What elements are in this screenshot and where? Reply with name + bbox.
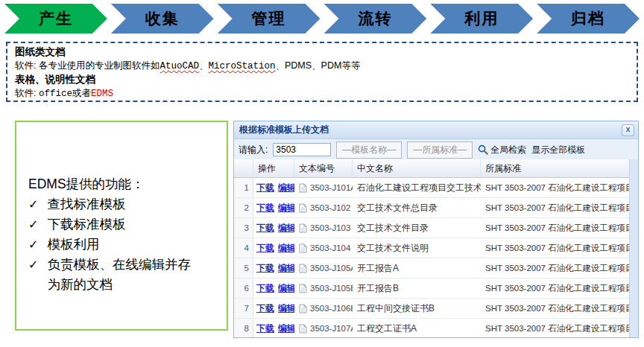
doc-code: 3503-J101A: [310, 183, 353, 192]
vertical-scrollbar[interactable]: [629, 159, 638, 337]
download-link[interactable]: 下载: [256, 242, 274, 255]
doc-code: 3503-J105B: [310, 284, 353, 293]
flow-step-use: 利用: [430, 4, 533, 34]
edms-function-label: 查找标准模板: [47, 194, 125, 214]
row-number: 3: [234, 218, 253, 238]
standard-dropdown[interactable]: —所属标准—: [407, 141, 473, 159]
edit-link[interactable]: 编辑: [278, 202, 294, 214]
operation-cell: 下载 编辑: [253, 202, 294, 214]
row-number: 8: [234, 319, 253, 338]
global-search-button[interactable]: 全局检索: [478, 144, 526, 156]
doc-code: 3503-J103: [310, 223, 350, 232]
edms-function-label: 下载标准模板: [47, 214, 125, 235]
magnifier-icon: [478, 144, 488, 155]
download-link[interactable]: 下载: [256, 302, 274, 315]
col-header-name[interactable]: 中文名称: [353, 159, 481, 177]
document-icon: [299, 264, 307, 273]
doc-standard: SHT 3503-2007 石油化工建设工程项目交工…: [481, 283, 630, 294]
window-titlebar: 根据标准模板上传文档 x: [234, 121, 638, 139]
table-row: 4 下载 编辑 3503-J104 交工技术文件说明 SHT 3503-2007…: [234, 238, 630, 258]
doc-standard: SHT 3503-2007 石油化工建设工程项目交工…: [481, 303, 630, 314]
doc-code: 3503-J107A: [310, 324, 353, 333]
flow-step-label: 归档: [571, 8, 605, 29]
edit-link[interactable]: 编辑: [278, 322, 294, 335]
table-row: 3 下载 编辑 3503-J103 交工技术文件目录 SHT 3503-2007…: [234, 218, 630, 238]
col-header-rownum[interactable]: [234, 159, 253, 177]
operation-cell: 下载 编辑: [253, 222, 294, 235]
doc-standard: SHT 3503-2007 石油化工建设工程项目交工…: [481, 243, 630, 254]
doc-name: 石油化工建设工程项目交工技术文件封面A: [353, 182, 481, 194]
doc-standard: SHT 3503-2007 石油化工建设工程项目交工…: [481, 323, 630, 334]
row-number: 5: [234, 258, 253, 278]
col-header-code[interactable]: 文本编号: [294, 159, 353, 177]
download-link[interactable]: 下载: [256, 282, 274, 295]
doc-code: 3503-J106B: [310, 304, 353, 313]
doc-standard: SHT 3503-2007 石油化工建设工程项目交工…: [481, 203, 630, 214]
doc-code: 3503-J104: [310, 243, 350, 252]
download-link[interactable]: 下载: [256, 202, 274, 214]
edit-link[interactable]: 编辑: [278, 282, 294, 295]
upload-template-window: 根据标准模板上传文档 x 请输入: —模板名称— —所属标准— 全局检索 显示全…: [233, 121, 639, 338]
doc-name: 交工技术文件说明: [353, 242, 481, 255]
doc-code-cell: 3503-J102: [294, 203, 353, 213]
edms-function-item: ✓ 负责模板、在线编辑并存为新的文档: [28, 255, 216, 295]
edit-link[interactable]: 编辑: [278, 222, 294, 235]
table-row: 5 下载 编辑 3503-J105A 开工报告A SHT 3503-2007 石…: [234, 258, 630, 278]
download-link[interactable]: 下载: [256, 322, 274, 335]
search-input[interactable]: [273, 143, 331, 156]
note-line-table-software: 软件: office或者EDMS: [15, 86, 629, 101]
row-number: 1: [234, 178, 253, 197]
doc-type-note-box: 图纸类文档 软件: 各专业使用的专业制图软件如AtuoCAD、MicroStat…: [6, 42, 638, 102]
operation-cell: 下载 编辑: [253, 302, 294, 315]
edms-function-item: ✓ 查找标准模板: [28, 194, 216, 214]
flow-step-label: 收集: [145, 8, 180, 29]
note-line-table-title: 表格、说明性文档: [15, 73, 629, 86]
edit-link[interactable]: 编辑: [278, 242, 294, 255]
flow-step-collect: 收集: [111, 4, 214, 34]
table-row: 7 下载 编辑 3503-J106B 工程中间交接证书B SHT 3503-20…: [234, 299, 630, 319]
table-row: 2 下载 编辑 3503-J102 交工技术文件总目录 SHT 3503-200…: [234, 198, 630, 218]
edms-functions-title: EDMS提供的功能：: [28, 174, 216, 194]
flow-step-produce: 产生: [4, 4, 107, 34]
doc-code-cell: 3503-J106B: [294, 304, 353, 313]
doc-code-cell: 3503-J104: [294, 243, 353, 253]
doc-name: 交工技术文件目录: [353, 222, 481, 235]
note-line-drawing-title: 图纸类文档: [15, 45, 629, 59]
table-row: 8 下载 编辑 3503-J107A 工程交工证书A SHT 3503-2007…: [234, 319, 630, 338]
document-icon: [299, 183, 307, 193]
show-all-templates-button[interactable]: 显示全部模板: [531, 144, 585, 156]
col-header-operation[interactable]: 操作: [253, 159, 294, 177]
doc-standard: SHT 3503-2007 石油化工建设工程项目交工…: [481, 223, 630, 234]
table-row: 6 下载 编辑 3503-J105B 开工报告B SHT 3503-2007 石…: [234, 278, 630, 299]
doc-standard: SHT 3503-2007 石油化工建设工程项目交工…: [481, 263, 630, 274]
doc-code: 3503-J105A: [310, 264, 353, 273]
global-search-label: 全局检索: [490, 144, 526, 156]
flow-step-label: 管理: [252, 8, 286, 29]
note-text: 软件: 各专业使用的专业制图软件如: [15, 60, 160, 71]
template-name-dropdown[interactable]: —模板名称—: [336, 141, 402, 159]
window-title: 根据标准模板上传文档: [239, 124, 622, 136]
doc-code-cell: 3503-J103: [294, 223, 353, 233]
check-icon: ✓: [28, 194, 38, 214]
operation-cell: 下载 编辑: [253, 242, 294, 255]
edit-link[interactable]: 编辑: [278, 302, 294, 315]
edms-function-label: 负责模板、在线编辑并存为新的文档: [47, 255, 196, 295]
close-icon[interactable]: x: [622, 124, 634, 136]
flow-step-archive: 归档: [537, 4, 640, 34]
download-link[interactable]: 下载: [256, 182, 274, 194]
edit-link[interactable]: 编辑: [278, 182, 294, 194]
col-header-standard[interactable]: 所属标准: [481, 159, 630, 177]
document-icon: [299, 223, 307, 233]
doc-code-cell: 3503-J101A: [294, 183, 353, 193]
row-number: 6: [234, 278, 253, 298]
check-icon: ✓: [28, 214, 38, 235]
doc-code: 3503-J102: [310, 203, 350, 212]
download-link[interactable]: 下载: [256, 222, 274, 235]
search-toolbar: 请输入: —模板名称— —所属标准— 全局检索 显示全部模板: [234, 139, 638, 161]
grid-header-row: 操作 文本编号 中文名称 所属标准: [234, 159, 630, 178]
doc-name: 开工报告A: [353, 262, 481, 275]
edit-link[interactable]: 编辑: [278, 262, 294, 275]
flow-step-label: 流转: [358, 8, 392, 29]
download-link[interactable]: 下载: [256, 262, 274, 275]
software-name-microstation: MicroStation: [208, 61, 275, 71]
